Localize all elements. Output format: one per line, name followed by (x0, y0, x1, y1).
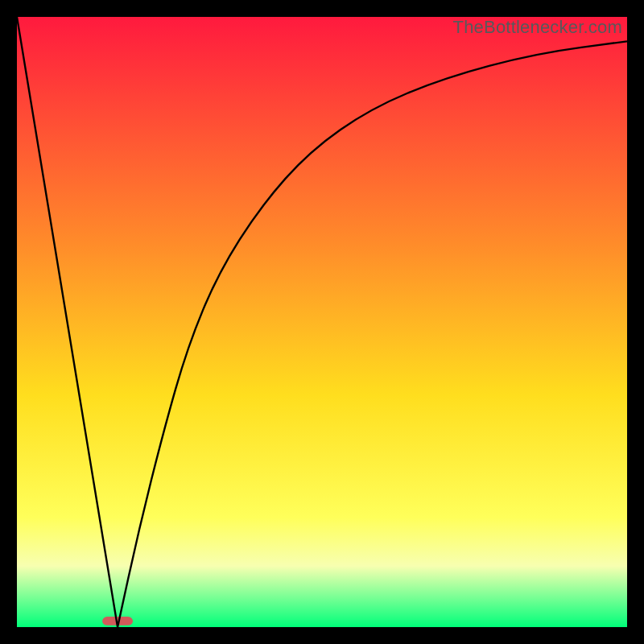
chart-frame: TheBottlenecker.com (0, 0, 644, 644)
gradient-background (17, 17, 627, 627)
watermark-text: TheBottlenecker.com (453, 17, 622, 38)
bottleneck-chart (17, 17, 627, 627)
plot-area: TheBottlenecker.com (17, 17, 627, 627)
